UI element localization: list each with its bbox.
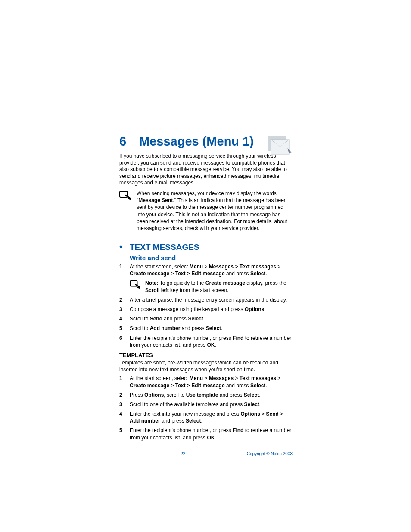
chapter-number: 6 xyxy=(119,134,139,149)
step-text: Scroll to Add number and press Select. xyxy=(130,325,293,332)
write-send-steps-cont: 2 After a brief pause, the message entry… xyxy=(119,296,293,348)
note-icon xyxy=(119,190,137,232)
txt-bold: Message Sent xyxy=(138,197,173,203)
step-num: 2 xyxy=(119,296,130,303)
page-number: 22 xyxy=(119,451,247,456)
step-num: 4 xyxy=(119,411,130,424)
step-text: After a brief pause, the message entry s… xyxy=(130,296,293,303)
list-item: 3 Compose a message using the keypad and… xyxy=(119,306,293,313)
list-item: 1 At the start screen, select Menu > Mes… xyxy=(119,375,293,389)
step-num: 5 xyxy=(119,427,130,441)
step-text: At the start screen, select Menu > Messa… xyxy=(130,263,293,277)
chapter-title: Messages (Menu 1) xyxy=(139,134,254,149)
step-text: Scroll to one of the available templates… xyxy=(130,401,293,408)
list-item: 3 Scroll to one of the available templat… xyxy=(119,401,293,408)
note-icon xyxy=(130,280,145,293)
step-text: Enter the recipient's phone number, or p… xyxy=(130,335,293,348)
step-text: Enter the text into your new message and… xyxy=(130,411,293,424)
templates-intro: Templates are short, pre-written message… xyxy=(119,359,293,373)
messages-illustration xyxy=(268,136,293,158)
step-num: 6 xyxy=(119,335,130,348)
list-item: 4 Scroll to Send and press Select. xyxy=(119,315,293,322)
list-item: 5 Scroll to Add number and press Select. xyxy=(119,325,293,332)
chapter-heading: 6 Messages (Menu 1) xyxy=(119,134,293,149)
step-num: 4 xyxy=(119,315,130,322)
note-text: When sending messages, your device may d… xyxy=(137,190,293,232)
step-num: 5 xyxy=(119,325,130,332)
note-text: Note: To go quickly to the Create messag… xyxy=(145,280,293,293)
note-block: When sending messages, your device may d… xyxy=(119,190,293,232)
bullet-icon: • xyxy=(119,241,130,252)
write-send-steps: 1 At the start screen, select Menu > Mes… xyxy=(119,263,293,277)
intro-paragraph: If you have subscribed to a messaging se… xyxy=(119,153,293,187)
templates-heading: TEMPLATES xyxy=(119,352,293,358)
step-text: Enter the recipient's phone number, or p… xyxy=(130,427,293,441)
step-num: 3 xyxy=(119,401,130,408)
section-title: TEXT MESSAGES xyxy=(130,243,199,252)
step-text: Scroll to Send and press Select. xyxy=(130,315,293,322)
list-item: 2 After a brief pause, the message entry… xyxy=(119,296,293,303)
step-text: Compose a message using the keypad and p… xyxy=(130,306,293,313)
list-item: 4 Enter the text into your new message a… xyxy=(119,411,293,424)
templates-steps: 1 At the start screen, select Menu > Mes… xyxy=(119,375,293,441)
step-num: 3 xyxy=(119,306,130,313)
list-item: 1 At the start screen, select Menu > Mes… xyxy=(119,263,293,277)
subsection-title: Write and send xyxy=(119,254,293,261)
section-heading: • TEXT MESSAGES xyxy=(119,241,293,252)
step-num: 1 xyxy=(119,375,130,389)
copyright: Copyright © Nokia 2003 xyxy=(247,451,293,456)
list-item: 6 Enter the recipient's phone number, or… xyxy=(119,335,293,348)
list-item: 2 Press Options, scroll to Use template … xyxy=(119,392,293,398)
step-text: Press Options, scroll to Use template an… xyxy=(130,392,293,398)
step-num: 1 xyxy=(119,263,130,277)
page: 6 Messages (Menu 1) If you have subscrib… xyxy=(0,0,411,532)
list-item: 5 Enter the recipient's phone number, or… xyxy=(119,427,293,441)
inner-note: Note: To go quickly to the Create messag… xyxy=(130,280,293,293)
step-text: At the start screen, select Menu > Messa… xyxy=(130,375,293,389)
page-footer: 22 Copyright © Nokia 2003 xyxy=(119,451,293,456)
step-num: 2 xyxy=(119,392,130,398)
